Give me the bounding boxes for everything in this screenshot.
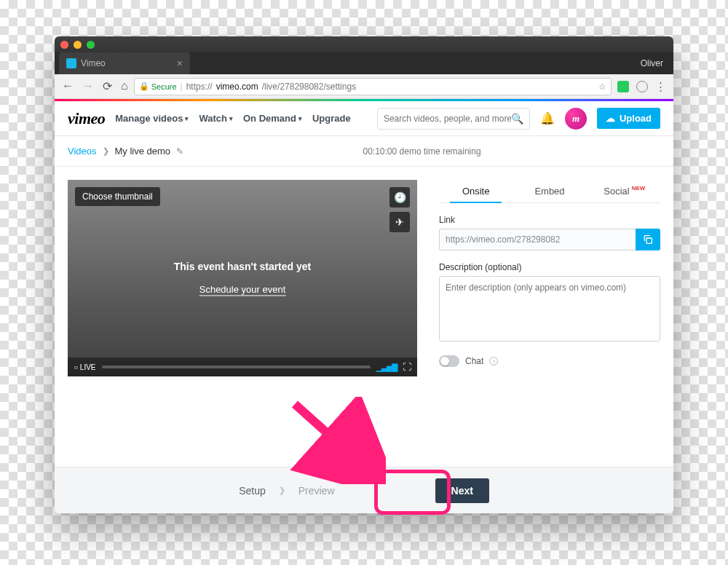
description-label: Description (optional) [439, 262, 660, 272]
link-label: Link [439, 215, 660, 225]
share-tabs: Onsite Embed SocialNEW [439, 180, 660, 203]
avatar[interactable]: m [565, 108, 587, 130]
step-preview: Preview [298, 485, 335, 497]
fullscreen-icon[interactable]: ⛶ [403, 362, 411, 372]
signal-icon: ▁▃▅▇ [376, 363, 397, 372]
mac-titlebar [55, 36, 673, 52]
cloud-upload-icon: ☁ [606, 113, 615, 124]
share-icon[interactable]: ✈ [389, 212, 410, 232]
choose-thumbnail-button[interactable]: Choose thumbnail [75, 187, 160, 206]
search-box[interactable]: 🔍 [377, 108, 530, 130]
tab-strip: Vimeo × Oliver [55, 52, 673, 74]
clock-icon[interactable]: 🕘 [389, 187, 410, 208]
crumb-videos[interactable]: Videos [68, 146, 97, 157]
crumb-title: My live demo [115, 146, 171, 157]
tab-close-icon[interactable]: × [177, 58, 183, 69]
live-badge: LIVE [74, 363, 96, 371]
time-remaining: 00:10:00 demo time remaining [363, 146, 481, 157]
chat-label: Chat [465, 356, 483, 366]
new-badge: NEW [632, 185, 646, 191]
secure-badge: 🔒 Secure [139, 82, 177, 91]
window-minimize-icon[interactable] [74, 41, 82, 49]
chat-toggle[interactable] [439, 355, 459, 367]
back-icon[interactable]: ← [62, 79, 74, 93]
edit-title-icon[interactable]: ✎ [176, 146, 183, 157]
account-icon[interactable] [636, 81, 648, 92]
forward-icon[interactable]: → [82, 79, 94, 93]
next-button[interactable]: Next [435, 478, 489, 503]
description-input[interactable] [439, 276, 660, 341]
chevron-right-icon: ❯ [103, 146, 109, 156]
browser-tab[interactable]: Vimeo × [59, 52, 190, 74]
bookmark-icon[interactable]: ☆ [598, 82, 606, 92]
tab-title: Vimeo [81, 58, 106, 68]
browser-window: Vimeo × Oliver ← → ⟳ ⌂ 🔒 Secure | https:… [55, 36, 673, 513]
step-setup[interactable]: Setup [239, 485, 266, 497]
favicon-icon [66, 58, 76, 68]
url-path: /live/278298082/settings [262, 82, 356, 92]
info-icon[interactable]: i [489, 357, 498, 366]
nav-ondemand[interactable]: On Demand▾ [243, 113, 302, 124]
address-bar[interactable]: 🔒 Secure | https://vimeo.com/live/278298… [134, 78, 612, 95]
link-input[interactable] [439, 229, 636, 250]
search-input[interactable] [384, 114, 511, 124]
site-header: vimeo Manage videos▾ Watch▾ On Demand▾ U… [55, 101, 673, 136]
url-scheme: https:// [186, 82, 213, 92]
window-zoom-icon[interactable] [87, 41, 95, 49]
url-host: vimeo.com [216, 82, 258, 92]
menu-icon[interactable]: ⋮ [655, 80, 666, 93]
window-close-icon[interactable] [60, 41, 68, 49]
lock-icon: 🔒 [139, 82, 149, 91]
chevron-right-icon: ❯ [279, 486, 285, 495]
player-controls: LIVE ▁▃▅▇ ⛶ [68, 357, 417, 376]
nav-manage[interactable]: Manage videos▾ [115, 113, 189, 124]
nav-upgrade[interactable]: Upgrade [312, 113, 351, 124]
url-bar: ← → ⟳ ⌂ 🔒 Secure | https://vimeo.com/liv… [55, 74, 673, 99]
schedule-link[interactable]: Schedule your event [199, 284, 286, 296]
tab-embed[interactable]: Embed [513, 180, 586, 202]
player-message: This event hasn't started yet [174, 261, 312, 272]
search-icon[interactable]: 🔍 [511, 113, 523, 125]
upload-button[interactable]: ☁ Upload [597, 108, 660, 129]
wizard-footer: Setup ❯ Preview Next [55, 467, 673, 513]
breadcrumb: Videos ❯ My live demo ✎ 00:10:00 demo ti… [55, 136, 673, 167]
main-content: Choose thumbnail 🕘 ✈ This event hasn't s… [55, 167, 673, 467]
tab-onsite[interactable]: Onsite [439, 180, 513, 202]
tab-social[interactable]: SocialNEW [587, 180, 660, 202]
notifications-icon[interactable]: 🔔 [540, 111, 555, 125]
reload-icon[interactable]: ⟳ [103, 79, 112, 93]
progress-bar[interactable] [102, 366, 371, 368]
video-player: Choose thumbnail 🕘 ✈ This event hasn't s… [68, 180, 417, 376]
vimeo-logo[interactable]: vimeo [68, 109, 105, 128]
home-icon[interactable]: ⌂ [121, 79, 128, 93]
nav-watch[interactable]: Watch▾ [199, 113, 233, 124]
copy-link-button[interactable] [636, 229, 660, 250]
profile-name[interactable]: Oliver [641, 52, 673, 74]
svg-rect-0 [646, 238, 652, 243]
extension-icon[interactable] [617, 81, 629, 92]
